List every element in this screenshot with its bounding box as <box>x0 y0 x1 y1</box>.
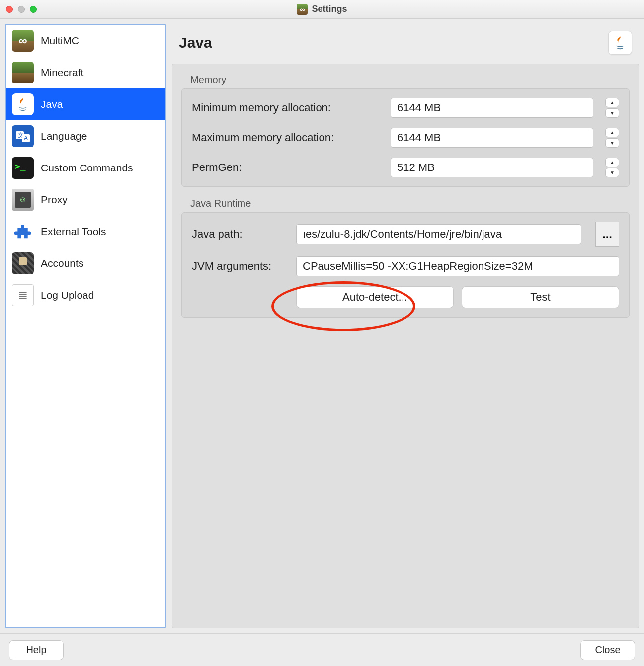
app-icon <box>297 4 308 15</box>
titlebar: Settings <box>0 0 644 19</box>
sidebar-item-label: MultiMC <box>41 35 79 47</box>
java-path-label: Java path: <box>192 228 286 241</box>
sidebar-item-label: Java <box>41 98 63 110</box>
window-controls <box>6 6 37 13</box>
permgen-stepper[interactable]: ▲ ▼ <box>605 158 619 177</box>
max-memory-input[interactable]: 6144 MB <box>391 128 593 148</box>
language-icon: 文A <box>12 125 34 147</box>
multimc-icon <box>12 30 34 52</box>
terminal-icon <box>12 157 34 179</box>
chevron-down-icon[interactable]: ▼ <box>605 168 619 177</box>
group-title: Java Runtime <box>190 198 630 209</box>
group-title: Memory <box>190 74 630 85</box>
minimize-window-icon[interactable] <box>18 6 25 13</box>
jvm-args-label: JVM arguments: <box>192 260 286 273</box>
java-icon <box>12 93 34 115</box>
minecraft-icon <box>12 62 34 83</box>
java-badge-icon <box>608 31 632 55</box>
dialog-footer: Help Close <box>0 633 644 666</box>
min-memory-stepper[interactable]: ▲ ▼ <box>605 98 619 118</box>
zoom-window-icon[interactable] <box>30 6 37 13</box>
memory-group: Memory Minimum memory allocation: 6144 M… <box>181 74 630 187</box>
runtime-group: Java Runtime Java path: ıes/zulu-8.jdk/C… <box>181 198 630 318</box>
close-window-icon[interactable] <box>6 6 13 13</box>
chevron-up-icon[interactable]: ▲ <box>605 158 619 167</box>
close-button[interactable]: Close <box>580 640 635 660</box>
puzzle-icon <box>12 221 34 243</box>
chevron-up-icon[interactable]: ▲ <box>605 128 619 137</box>
page-title: Java <box>179 34 212 51</box>
settings-sidebar: MultiMC Minecraft Java 文A Language Custo… <box>5 24 166 628</box>
min-memory-input[interactable]: 6144 MB <box>391 98 593 118</box>
sidebar-item-multimc[interactable]: MultiMC <box>6 25 165 57</box>
sidebar-item-accounts[interactable]: Accounts <box>6 248 165 279</box>
svg-text:A: A <box>24 135 28 142</box>
auto-detect-button[interactable]: Auto-detect... <box>296 286 454 308</box>
sidebar-item-label: Custom Commands <box>41 162 133 174</box>
chevron-down-icon[interactable]: ▼ <box>605 108 619 118</box>
chevron-up-icon[interactable]: ▲ <box>605 98 619 107</box>
sidebar-item-language[interactable]: 文A Language <box>6 120 165 152</box>
sidebar-item-label: Language <box>41 130 87 142</box>
sidebar-item-minecraft[interactable]: Minecraft <box>6 57 165 88</box>
permgen-label: PermGen: <box>192 161 381 174</box>
sidebar-item-label: Accounts <box>41 257 83 269</box>
sidebar-item-log-upload[interactable]: Log Upload <box>6 279 165 311</box>
max-memory-stepper[interactable]: ▲ ▼ <box>605 128 619 148</box>
proxy-icon <box>12 189 34 211</box>
window-title: Settings <box>312 4 347 14</box>
jvm-args-input[interactable]: CPauseMillis=50 -XX:G1HeapRegionSize=32M <box>296 256 619 276</box>
min-memory-label: Minimum memory allocation: <box>192 101 381 114</box>
sidebar-item-java[interactable]: Java <box>6 88 165 120</box>
sidebar-item-custom-commands[interactable]: Custom Commands <box>6 152 165 184</box>
max-memory-label: Maximum memory allocation: <box>192 131 381 144</box>
accounts-icon <box>12 252 34 274</box>
sidebar-item-external-tools[interactable]: External Tools <box>6 216 165 248</box>
sidebar-item-proxy[interactable]: Proxy <box>6 184 165 216</box>
chevron-down-icon[interactable]: ▼ <box>605 138 619 148</box>
main-pane: Java Memory Minimum memory allocation: 6… <box>172 24 639 628</box>
sidebar-item-label: Log Upload <box>41 289 94 301</box>
java-path-input[interactable]: ıes/zulu-8.jdk/Contents/Home/jre/bin/jav… <box>296 224 581 244</box>
test-button[interactable]: Test <box>462 286 619 308</box>
help-button[interactable]: Help <box>9 640 64 660</box>
sidebar-item-label: Minecraft <box>41 67 83 79</box>
sidebar-item-label: External Tools <box>41 226 106 238</box>
log-icon <box>12 284 34 306</box>
browse-button[interactable]: ... <box>595 222 619 247</box>
permgen-input[interactable]: 512 MB <box>391 158 593 177</box>
sidebar-item-label: Proxy <box>41 194 68 206</box>
